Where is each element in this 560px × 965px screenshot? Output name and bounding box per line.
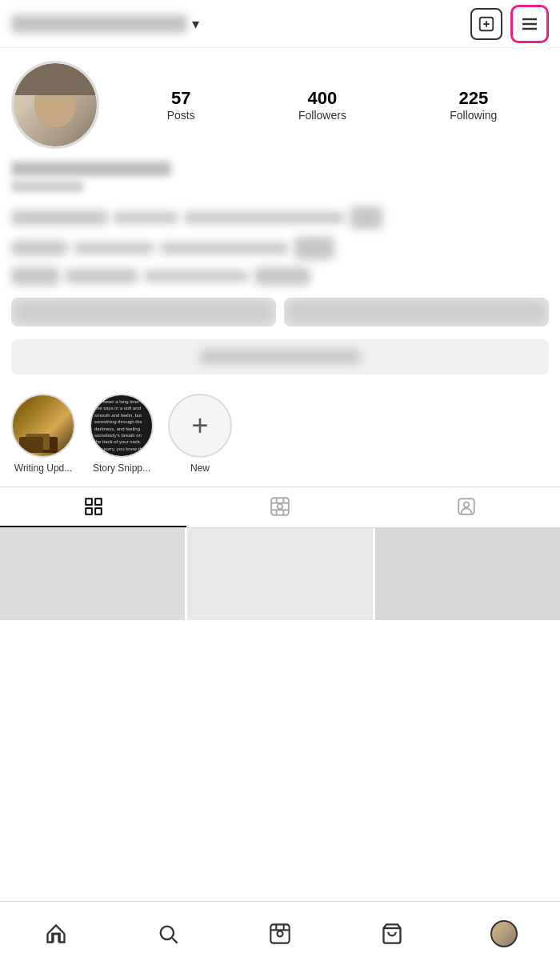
highlight-circle-new: + xyxy=(168,394,232,458)
blur-block xyxy=(294,237,334,259)
svg-rect-9 xyxy=(95,508,102,515)
blur-block xyxy=(160,242,288,254)
home-icon xyxy=(45,923,67,945)
add-content-button[interactable] xyxy=(470,8,502,40)
svg-line-21 xyxy=(172,938,177,943)
following-label: Following xyxy=(450,109,497,122)
svg-rect-7 xyxy=(95,499,102,505)
bio-section xyxy=(0,155,560,203)
highlight-label-writing: Writing Upd... xyxy=(14,462,72,474)
highlight-item-new[interactable]: + New xyxy=(168,394,232,474)
username-blur xyxy=(11,15,187,33)
svg-rect-22 xyxy=(270,924,289,943)
posts-stat[interactable]: 57 Posts xyxy=(167,88,195,122)
posts-label: Posts xyxy=(167,109,195,122)
grid-icon xyxy=(83,496,104,517)
blur-block xyxy=(254,267,310,285)
nav-search[interactable] xyxy=(146,911,190,956)
tagged-icon xyxy=(456,496,477,517)
tab-grid[interactable] xyxy=(0,487,186,527)
menu-button[interactable] xyxy=(510,5,549,43)
blur-block xyxy=(66,269,138,283)
stats-row: 57 Posts 400 Followers 225 Following xyxy=(115,88,549,122)
nav-home[interactable] xyxy=(34,911,78,956)
svg-point-20 xyxy=(161,926,174,939)
grey-bar-content xyxy=(200,350,360,364)
highlight-label-new: New xyxy=(190,462,210,474)
share-profile-button[interactable] xyxy=(284,298,549,326)
svg-point-19 xyxy=(464,503,470,508)
hamburger-icon xyxy=(520,14,539,34)
top-bar: ▾ xyxy=(0,0,560,48)
blur-block xyxy=(350,206,382,229)
profile-section: 57 Posts 400 Followers 225 Following xyxy=(0,48,560,155)
highlight-circle-snippets: "It's been a long time" she says in a so… xyxy=(90,394,154,458)
blur-block xyxy=(144,270,248,282)
following-stat[interactable]: 225 Following xyxy=(450,88,497,122)
shop-icon xyxy=(381,923,403,945)
grid-cell-1[interactable] xyxy=(0,528,185,620)
blur-block xyxy=(11,241,67,255)
nav-profile[interactable] xyxy=(482,911,526,956)
svg-point-11 xyxy=(278,504,283,510)
edit-profile-button[interactable] xyxy=(11,298,276,326)
blurred-content-area xyxy=(0,203,560,291)
highlight-text-content: "It's been a long time" she says in a so… xyxy=(94,398,149,453)
blur-row-3 xyxy=(11,267,549,285)
tab-bar xyxy=(0,487,560,528)
tab-reels[interactable] xyxy=(186,487,373,527)
reels-icon xyxy=(270,496,290,517)
action-buttons-row xyxy=(0,291,560,334)
blur-block xyxy=(184,212,344,223)
highlight-circle-writing xyxy=(11,394,75,458)
plus-square-icon xyxy=(478,15,495,33)
blur-block xyxy=(11,210,107,225)
username-section[interactable]: ▾ xyxy=(11,15,199,33)
svg-rect-6 xyxy=(86,499,92,505)
blur-row-2 xyxy=(11,237,549,259)
blur-block xyxy=(11,267,59,285)
button-blur xyxy=(285,298,548,326)
followers-count: 400 xyxy=(308,88,338,109)
plus-icon: + xyxy=(191,411,208,440)
posts-count: 57 xyxy=(171,88,190,109)
followers-stat[interactable]: 400 Followers xyxy=(298,88,346,122)
bottom-nav xyxy=(0,901,560,965)
highlight-item-snippets[interactable]: "It's been a long time" she says in a so… xyxy=(90,394,154,474)
button-blur xyxy=(12,298,275,326)
nav-shop[interactable] xyxy=(370,911,414,956)
svg-rect-10 xyxy=(271,498,289,515)
grid-preview xyxy=(0,528,560,620)
highlights-section: Writing Upd... "It's been a long time" s… xyxy=(0,386,560,487)
bio-name-blur xyxy=(11,162,171,176)
blur-row-1 xyxy=(11,206,549,229)
avatar-image xyxy=(14,63,97,146)
chevron-down-icon: ▾ xyxy=(192,15,199,33)
reels-nav-icon xyxy=(269,923,291,945)
top-actions xyxy=(470,5,549,43)
highlight-label-snippets: Story Snipp... xyxy=(93,462,150,474)
highlight-item-writing[interactable]: Writing Upd... xyxy=(11,394,75,474)
nav-profile-avatar xyxy=(490,920,518,947)
nav-reels[interactable] xyxy=(258,911,302,956)
following-count: 225 xyxy=(458,88,488,109)
grid-cell-2[interactable] xyxy=(187,528,372,620)
blur-block xyxy=(114,212,178,223)
bio-line-blur xyxy=(11,181,83,192)
svg-point-23 xyxy=(278,931,283,936)
tab-tagged[interactable] xyxy=(374,487,560,527)
followers-label: Followers xyxy=(298,109,346,122)
svg-rect-8 xyxy=(86,508,92,515)
blur-block xyxy=(74,242,154,254)
search-icon xyxy=(157,923,179,945)
avatar[interactable] xyxy=(11,61,99,149)
grid-cell-3[interactable] xyxy=(375,528,560,620)
grey-bar xyxy=(11,339,549,374)
